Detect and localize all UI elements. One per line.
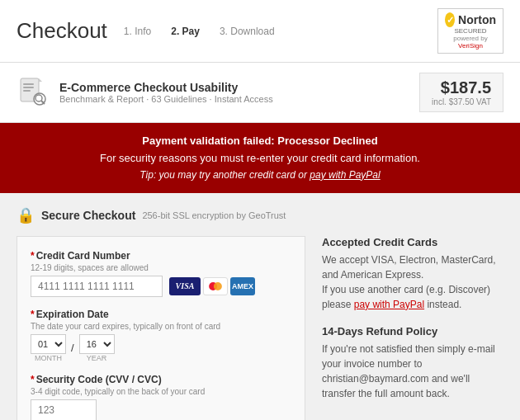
product-meta: Benchmark & Report · 63 Guidelines · Ins… — [59, 94, 273, 104]
main-content: 🔒 Secure Checkout 256-bit SSL encryption… — [0, 193, 520, 420]
month-wrapper: 01020304 05060708 09101112 MONTH — [31, 334, 66, 362]
header-left: Checkout 1. Info 2. Pay 3. Download — [17, 18, 275, 44]
product-icon — [17, 76, 50, 109]
cards-title: Accepted Credit Cards — [322, 236, 503, 248]
cc-label: *Credit Card Number — [31, 250, 291, 262]
svg-point-9 — [214, 282, 222, 290]
step-2: 2. Pay — [171, 26, 200, 37]
year-wrapper: 16171819 20212223 YEAR — [79, 334, 115, 362]
step-3: 3. Download — [220, 26, 275, 37]
lock-icon: 🔒 — [17, 206, 35, 224]
norton-top: ✓ Norton — [445, 12, 496, 27]
product-name: E-Commerce Checkout Usability — [59, 81, 273, 94]
expiry-label: *Expiration Date — [31, 309, 291, 320]
norton-verisign: powered by VeriSign — [445, 35, 496, 50]
error-title: Payment validation failed: Processor Dec… — [17, 133, 503, 150]
card-input-row: VISA AMEX — [31, 276, 291, 297]
mastercard-logo — [203, 277, 228, 295]
cvv-group: *Security Code (CVV / CVC) 3-4 digit cod… — [31, 374, 291, 420]
refund-title: 14-Days Refund Policy — [322, 325, 503, 337]
product-info: E-Commerce Checkout Usability Benchmark … — [17, 76, 273, 109]
month-label: MONTH — [31, 354, 66, 362]
required-marker-2: * — [31, 309, 35, 320]
year-select[interactable]: 16171819 20212223 — [79, 334, 115, 354]
cvv-label: *Security Code (CVV / CVC) — [31, 374, 291, 385]
error-banner: Payment validation failed: Processor Dec… — [0, 123, 520, 193]
cvv-input[interactable] — [31, 399, 97, 420]
header: Checkout 1. Info 2. Pay 3. Download ✓ No… — [0, 0, 520, 63]
cvv-hint: 3-4 digit code, typically on the back of… — [31, 387, 291, 396]
step-1: 1. Info — [124, 26, 151, 37]
price-vat: incl. $37.50 VAT — [432, 97, 491, 106]
required-marker-3: * — [31, 374, 35, 385]
svg-marker-4 — [39, 78, 42, 82]
svg-rect-3 — [23, 90, 31, 92]
price-main: $187.5 — [432, 78, 491, 97]
card-logos: VISA AMEX — [169, 277, 255, 295]
verisign-link[interactable]: VeriSign — [458, 42, 483, 50]
refund-section: 14-Days Refund Policy If you're not sati… — [322, 325, 503, 401]
paypal-tip-link[interactable]: pay with PayPal — [310, 169, 380, 181]
secure-label: Secure Checkout — [41, 209, 135, 222]
expiry-hint: The date your card expires, typically on… — [31, 322, 291, 331]
norton-badge: ✓ Norton SECURED powered by VeriSign — [437, 8, 503, 54]
expiry-group: *Expiration Date The date your card expi… — [31, 309, 291, 362]
cc-number-group: *Credit Card Number 12-19 digits, spaces… — [31, 250, 291, 297]
amex-logo: AMEX — [230, 277, 255, 295]
paypal-link[interactable]: pay with PayPal — [354, 299, 424, 310]
cc-hint: 12-19 digits, spaces are allowed — [31, 263, 291, 272]
norton-name: Norton — [458, 13, 496, 26]
error-message: For security reasons you must re-enter y… — [17, 150, 503, 168]
secure-sublabel: 256-bit SSL encryption by GeoTrust — [142, 210, 286, 220]
product-price: $187.5 incl. $37.50 VAT — [419, 73, 503, 112]
steps: 1. Info 2. Pay 3. Download — [124, 26, 275, 37]
year-label: YEAR — [79, 354, 115, 362]
required-marker: * — [31, 250, 35, 262]
refund-text: If you're not satisfied then simply e-ma… — [322, 342, 503, 401]
expiry-row: 01020304 05060708 09101112 MONTH / 16171… — [31, 334, 291, 362]
error-tip: Tip: you may try another credit card or … — [17, 168, 503, 183]
secure-bar: 🔒 Secure Checkout 256-bit SSL encryption… — [17, 206, 503, 224]
info-column: Accepted Credit Cards We accept VISA, El… — [322, 236, 503, 420]
norton-check-icon: ✓ — [445, 12, 455, 27]
month-select[interactable]: 01020304 05060708 09101112 — [31, 334, 66, 354]
cards-text: We accept VISA, Electron, MasterCard, an… — [322, 252, 503, 282]
product-bar: E-Commerce Checkout Usability Benchmark … — [0, 63, 520, 123]
product-details: E-Commerce Checkout Usability Benchmark … — [59, 81, 273, 104]
cards-extra: If you use another card (e.g. Discover) … — [322, 282, 503, 312]
error-tip-prefix: Tip: you may try another credit card or — [139, 169, 310, 181]
page-title: Checkout — [17, 18, 107, 44]
svg-rect-1 — [23, 83, 34, 85]
accepted-cards-section: Accepted Credit Cards We accept VISA, El… — [322, 236, 503, 312]
svg-rect-2 — [23, 87, 34, 88]
visa-logo: VISA — [169, 277, 201, 295]
two-col-layout: *Credit Card Number 12-19 digits, spaces… — [17, 236, 503, 420]
norton-secured-label: SECURED — [445, 27, 496, 35]
form-column: *Credit Card Number 12-19 digits, spaces… — [17, 236, 305, 420]
cc-number-input[interactable] — [31, 276, 163, 297]
date-separator: / — [71, 342, 74, 354]
